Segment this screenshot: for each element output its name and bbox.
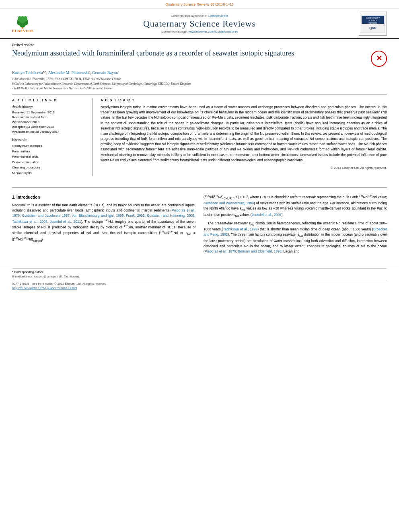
- article-content: Invited review Neodymium associated with…: [0, 39, 399, 184]
- journal-title: Quaternary Science Reviews: [44, 18, 355, 29]
- revised-label: Received in revised form: [12, 115, 86, 120]
- available-date: Available online 28 January 2014: [12, 129, 86, 134]
- introduction-heading: 1. Introduction: [12, 194, 195, 201]
- ref-tachikawa1999[interactable]: Tachikawa et al., 1999: [223, 227, 257, 231]
- doi-link[interactable]: http://dx.doi.org/10.1016/j.quascirev.20…: [12, 286, 77, 290]
- footer-divider2: [12, 280, 387, 280]
- citation-text: Quaternary Science Reviews 88 (2014) 1–1…: [165, 2, 234, 6]
- body-col-right: (143Nd/144Nd)CHUR − 1] × 104, where CHUR…: [204, 194, 387, 257]
- abstract-heading: A B S T R A C T: [101, 98, 387, 102]
- section-divider: [12, 187, 387, 188]
- ref-jeandel2011[interactable]: Jeandel et al., 2011: [50, 219, 81, 223]
- info-abstract-section: A R T I C L E I N F O Article history: R…: [12, 94, 387, 176]
- doi-line: http://dx.doi.org/10.1016/j.quascirev.20…: [12, 286, 387, 290]
- affiliation-c: c IFREMER, Unité de Recherche Géoscience…: [12, 86, 387, 90]
- ref-goldstein2003[interactable]: Goldstein and Hemming, 2003: [147, 214, 195, 218]
- journal-title-section: Contents lists available at ScienceDirec…: [44, 14, 355, 33]
- author2-name: Alexander M. Piotrowski: [48, 70, 88, 75]
- corresponding-note: * Corresponding author.: [12, 270, 387, 274]
- article-title-section: Neodymium associated with foraminiferal …: [12, 49, 387, 67]
- author1-sup: a,*: [43, 70, 46, 73]
- crossmark-symbol: ✕: [376, 54, 382, 63]
- article-title-text: Neodymium associated with foraminiferal …: [12, 49, 367, 58]
- ref-bertram1993[interactable]: Bertram and Elderfield, 1993: [238, 249, 282, 253]
- elsevier-text: ELSEVIER: [12, 29, 33, 33]
- author3-link[interactable]: Germain Bayon: [92, 70, 118, 75]
- copyright-line: © 2013 Elsevier Ltd. All rights reserved…: [101, 166, 387, 170]
- intro-para3: The present-day seawater εNd distributio…: [204, 221, 387, 255]
- author3-name: Germain Bayon: [92, 70, 118, 75]
- ref-vonblank1999[interactable]: von Blanckenburg and Igel, 1999: [72, 214, 124, 218]
- keywords-heading: Keywords:: [12, 138, 86, 142]
- ref-tachikawa2003[interactable]: Tachikawa et al., 2003: [12, 219, 47, 223]
- affiliation-b: b Godwin Laboratory for Palaeoclimate Re…: [12, 82, 387, 86]
- accepted-date: Accepted 23 December 2013: [12, 125, 86, 129]
- contents-line: Contents lists available at ScienceDirec…: [44, 14, 355, 18]
- sciencedirect-text: ScienceDirect: [208, 14, 228, 18]
- received-date: Received 11 September 2013: [12, 110, 86, 115]
- contents-text: Contents lists available at: [171, 14, 208, 18]
- page: Quaternary Science Reviews 88 (2014) 1–1…: [0, 0, 399, 532]
- abstract-section: A B S T R A C T Neodymium isotopic ratio…: [101, 98, 387, 176]
- svg-point-6: [23, 16, 27, 22]
- keyword-6: Microanalysis: [12, 170, 86, 176]
- author3-sup: c: [118, 70, 119, 73]
- doi-text: http://dx.doi.org/10.1016/j.quascirev.20…: [12, 286, 77, 290]
- homepage-link[interactable]: www.elsevier.com/locate/quascirev: [188, 30, 238, 33]
- homepage-label: journal homepage:: [161, 30, 187, 33]
- footer: * Corresponding author. E-mail address: …: [0, 264, 399, 292]
- keyword-2: Foraminifera: [12, 149, 86, 154]
- author2-sup: b: [89, 70, 90, 73]
- author2-link[interactable]: Alexander M. Piotrowski: [48, 70, 88, 75]
- ref-goldstein1987[interactable]: Goldstein and Jacobsen, 1987: [22, 214, 70, 218]
- journal-badge-container: QUATERNARY SCIENCE REVIEWS QSR: [355, 12, 387, 36]
- ref-piepgras1979b[interactable]: Piepgras et al., 1979: [205, 249, 236, 253]
- keyword-4: Oceanic circulation: [12, 160, 86, 165]
- affiliation-a: a Aix-Marseille Université, CNRS, IRD, C…: [12, 77, 387, 81]
- journal-header: ELSEVIER Contents lists available at Sci…: [0, 8, 399, 39]
- keyword-1: Neodymium isotopes: [12, 143, 86, 149]
- intro-para1: Neodymium is a member of the rare earth …: [12, 203, 195, 243]
- svg-text:SCIENCE: SCIENCE: [368, 19, 378, 22]
- journal-citation: Quaternary Science Reviews 88 (2014) 1–1…: [0, 0, 399, 8]
- article-type-label: Invited review: [12, 43, 387, 47]
- author1-link[interactable]: Kazuyo Tachikawa: [12, 70, 43, 75]
- badge-icon: QUATERNARY SCIENCE REVIEWS QSR: [361, 15, 385, 33]
- homepage-url: www.elsevier.com/locate/quascirev: [188, 30, 238, 33]
- body-content: 1. Introduction Neodymium is a member of…: [0, 191, 399, 260]
- intro-para2: (143Nd/144Nd)CHUR − 1] × 104, where CHUR…: [204, 194, 387, 219]
- keyword-5: Cleaning procedure: [12, 165, 86, 170]
- authors-line: Kazuyo Tachikawaa,*, Alexander M. Piotro…: [12, 70, 387, 75]
- email-text: E-mail address: kazuyo@cerege.fr (K. Tac…: [12, 275, 80, 278]
- issn-line: 0277-3791/$ – see front matter © 2013 El…: [12, 282, 387, 286]
- elsevier-logo: ELSEVIER: [12, 15, 33, 33]
- article-info-heading: A R T I C L E I N F O: [12, 98, 86, 102]
- body-col-left: 1. Introduction Neodymium is a member of…: [12, 194, 195, 257]
- elsevier-tree-icon: [14, 15, 31, 29]
- corresponding-label: * Corresponding author.: [12, 270, 44, 274]
- sciencedirect-link[interactable]: ScienceDirect: [208, 14, 228, 18]
- issn-text: 0277-3791/$ – see front matter © 2013 El…: [12, 282, 107, 286]
- abstract-text: Neodymium isotopic ratios in marine envi…: [101, 105, 387, 163]
- footer-divider: [12, 268, 387, 269]
- ref-jeandel2007[interactable]: Jeandel et al., 2007: [252, 213, 282, 217]
- ref-jacobsen1980[interactable]: Jacobsen and Wasserburg, 1980: [204, 201, 254, 205]
- elsevier-logo-container: ELSEVIER: [12, 15, 44, 33]
- keyword-3: Foraminiferal tests: [12, 154, 86, 160]
- article-info-panel: A R T I C L E I N F O Article history: R…: [12, 98, 93, 176]
- crossmark-badge: ✕: [371, 51, 387, 67]
- email-footnote: E-mail address: kazuyo@cerege.fr (K. Tac…: [12, 275, 387, 278]
- affiliations: a Aix-Marseille Université, CNRS, IRD, C…: [12, 77, 387, 90]
- revised-date: 22 December 2013: [12, 120, 86, 125]
- author1-name: Kazuyo Tachikawa: [12, 70, 43, 75]
- article-history-heading: Article history:: [12, 105, 86, 109]
- svg-text:QSR: QSR: [369, 26, 376, 30]
- svg-point-5: [18, 16, 22, 22]
- ref-frank2002[interactable]: Frank, 2002: [126, 214, 144, 218]
- journal-badge: QUATERNARY SCIENCE REVIEWS QSR: [359, 12, 387, 36]
- journal-homepage: journal homepage: www.elsevier.com/locat…: [44, 30, 355, 33]
- keywords-section: Keywords: Neodymium isotopes Foraminifer…: [12, 138, 86, 176]
- svg-text:REVIEWS: REVIEWS: [369, 22, 377, 24]
